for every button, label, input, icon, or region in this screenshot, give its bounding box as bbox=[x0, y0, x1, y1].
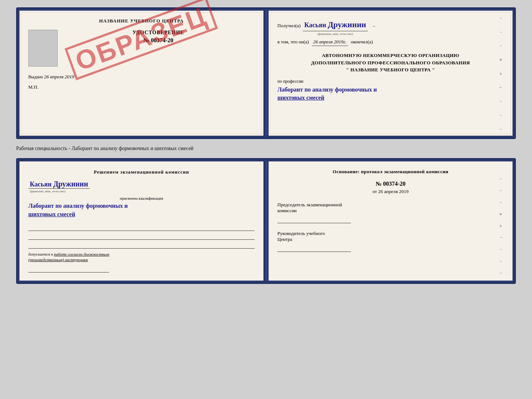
protocol-number: № 00374-20 bbox=[277, 181, 504, 187]
protocol-date-value: 26 апреля 2019 bbox=[378, 189, 409, 194]
mp-label: М.П. bbox=[28, 84, 255, 90]
cert-doc-number: № 00374-20 bbox=[62, 37, 255, 44]
right-side-decorative: – – – и а ← – – – bbox=[498, 11, 504, 136]
top-book-spine bbox=[264, 11, 269, 136]
org-line3: " НАЗВАНИЕ УЧЕБНОГО ЦЕНТРА " bbox=[277, 66, 504, 74]
profession-label: по профессии bbox=[277, 78, 504, 85]
chairman-section: Председатель экзаменационной комиссии bbox=[277, 202, 504, 223]
sig-line-3 bbox=[28, 241, 255, 249]
bottom-person-name-area: Касьян Дружинин (фамилия, имя, отчество) bbox=[28, 180, 255, 193]
cert-photo-placeholder bbox=[28, 30, 58, 67]
name-sublabel: (фамилия, имя, отчество) bbox=[317, 31, 353, 36]
sig-line-1 bbox=[28, 223, 255, 231]
middle-specialty-text: Рабочая специальность - Лаборант по анал… bbox=[16, 143, 516, 154]
protocol-date-prefix: от bbox=[373, 189, 377, 194]
profession-name: Лаборант по анализу формовочных ишихтовы… bbox=[277, 86, 504, 102]
basis-title: Основание: протокол экзаменационной коми… bbox=[277, 169, 504, 175]
org-block: АВТОНОМНУЮ НЕКОММЕРЧЕСКУЮ ОРГАНИЗАЦИЮ ДО… bbox=[277, 52, 504, 74]
director-sig-line bbox=[277, 244, 351, 252]
bottom-person-name: Касьян Дружинин bbox=[28, 180, 90, 189]
top-book-cover: НАЗВАНИЕ УЧЕБНОГО ЦЕНТРА УДОСТОВЕРЕНИЕ №… bbox=[16, 7, 516, 139]
document-container: НАЗВАНИЕ УЧЕБНОГО ЦЕНТРА УДОСТОВЕРЕНИЕ №… bbox=[16, 7, 516, 284]
director-section: Руководитель учебного Центра bbox=[277, 231, 504, 252]
qualification-text: Лаборант по анализу формовочных и шихтов… bbox=[28, 202, 255, 218]
right-page-content: Получил(а) Касьян Дружинин (фамилия, имя… bbox=[277, 18, 504, 102]
cert-main-info: УДОСТОВЕРЕНИЕ № 00374-20 bbox=[62, 30, 255, 47]
chairman-sig-line bbox=[277, 215, 351, 223]
qualification-label: присвоена квалификация bbox=[28, 196, 255, 200]
org-line2: ДОПОЛНИТЕЛЬНОГО ПРОФЕССИОНАЛЬНОГО ОБРАЗО… bbox=[277, 59, 504, 67]
director-title: Руководитель учебного Центра bbox=[277, 231, 504, 242]
допускается-underline bbox=[28, 264, 109, 272]
bottom-left-page: Решением экзаменационной комиссии Касьян… bbox=[19, 161, 264, 281]
org-line1: АВТОНОМНУЮ НЕКОММЕРЧЕСКУЮ ОРГАНИЗАЦИЮ bbox=[277, 52, 504, 59]
issued-label: Выдано bbox=[28, 74, 43, 79]
received-line: Получил(а) Касьян Дружинин (фамилия, имя… bbox=[277, 18, 504, 37]
date-suffix: окончил(а) bbox=[351, 38, 373, 46]
допускается-text: допускается к работе согласно должностны… bbox=[28, 252, 255, 263]
issued-date: 26 апреля 2019 bbox=[44, 74, 74, 79]
bottom-book-spine bbox=[264, 161, 269, 281]
sig-line-2 bbox=[28, 232, 255, 240]
chairman-title: Председатель экзаменационной комиссии bbox=[277, 202, 504, 214]
top-right-page: Получил(а) Касьян Дружинин (фамилия, имя… bbox=[269, 11, 513, 136]
decision-title: Решением экзаменационной комиссии bbox=[28, 169, 255, 175]
date-line: в том, что он(а) 26 апреля 2019г. окончи… bbox=[277, 38, 504, 46]
date-value: 26 апреля 2019г. bbox=[312, 38, 348, 46]
bottom-right-side-decorative: – – – и а ← – – – bbox=[500, 176, 504, 275]
cert-stamp-area: УДОСТОВЕРЕНИЕ № 00374-20 bbox=[28, 30, 255, 67]
received-name: Касьян Дружинин bbox=[303, 18, 367, 31]
bottom-name-sublabel: (фамилия, имя, отчество) bbox=[28, 189, 255, 193]
protocol-date: от 26 апреля 2019 bbox=[277, 189, 504, 195]
date-prefix: в том, что он(а) bbox=[277, 38, 309, 46]
bottom-book-cover: Решением экзаменационной комиссии Касьян… bbox=[16, 158, 516, 284]
top-left-page: НАЗВАНИЕ УЧЕБНОГО ЦЕНТРА УДОСТОВЕРЕНИЕ №… bbox=[19, 11, 264, 136]
cert-school-title: НАЗВАНИЕ УЧЕБНОГО ЦЕНТРА bbox=[28, 18, 255, 24]
signature-lines bbox=[28, 223, 255, 249]
cert-doc-label: УДОСТОВЕРЕНИЕ bbox=[62, 30, 255, 36]
received-label: Получил(а) bbox=[277, 22, 301, 30]
bottom-right-page: Основание: протокол экзаменационной коми… bbox=[269, 161, 513, 281]
cert-issued: Выдано 26 апреля 2019 bbox=[28, 74, 255, 80]
